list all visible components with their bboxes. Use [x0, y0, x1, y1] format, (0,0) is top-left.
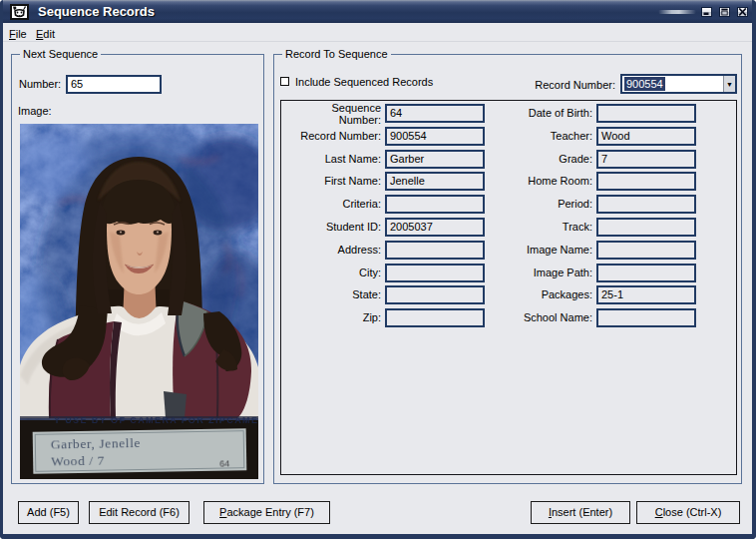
svg-text:Wood / 7: Wood / 7: [51, 453, 105, 469]
svg-text:Y USE BY OF CAMERA FOR ZIPCAME: Y USE BY OF CAMERA FOR ZIPCAME: [54, 415, 257, 425]
svg-text:64: 64: [219, 458, 229, 468]
svg-text:Garber, Jenelle: Garber, Jenelle: [51, 435, 141, 452]
